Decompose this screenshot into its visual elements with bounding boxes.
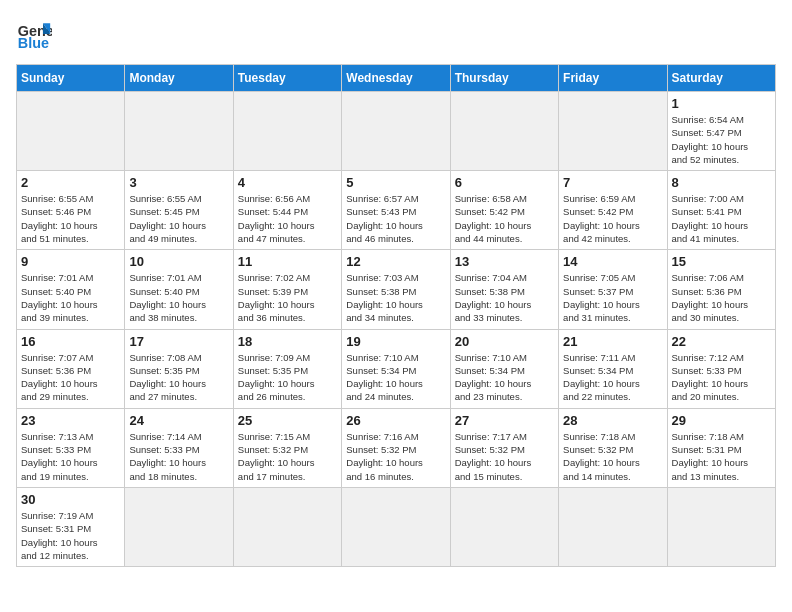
day-info: Sunrise: 7:10 AMSunset: 5:34 PMDaylight:… [346, 351, 445, 404]
calendar-week-5: 23Sunrise: 7:13 AMSunset: 5:33 PMDayligh… [17, 408, 776, 487]
day-info: Sunrise: 7:08 AMSunset: 5:35 PMDaylight:… [129, 351, 228, 404]
day-number: 27 [455, 413, 554, 428]
day-info: Sunrise: 7:18 AMSunset: 5:32 PMDaylight:… [563, 430, 662, 483]
day-info: Sunrise: 7:16 AMSunset: 5:32 PMDaylight:… [346, 430, 445, 483]
logo: General Blue [16, 16, 58, 52]
day-number: 20 [455, 334, 554, 349]
day-number: 4 [238, 175, 337, 190]
day-header-sunday: Sunday [17, 65, 125, 92]
day-info: Sunrise: 7:10 AMSunset: 5:34 PMDaylight:… [455, 351, 554, 404]
day-number: 26 [346, 413, 445, 428]
day-info: Sunrise: 7:07 AMSunset: 5:36 PMDaylight:… [21, 351, 120, 404]
calendar-cell: 23Sunrise: 7:13 AMSunset: 5:33 PMDayligh… [17, 408, 125, 487]
calendar-cell: 18Sunrise: 7:09 AMSunset: 5:35 PMDayligh… [233, 329, 341, 408]
day-number: 29 [672, 413, 771, 428]
day-header-wednesday: Wednesday [342, 65, 450, 92]
calendar-cell: 30Sunrise: 7:19 AMSunset: 5:31 PMDayligh… [17, 487, 125, 566]
calendar-cell [450, 487, 558, 566]
day-info: Sunrise: 6:54 AMSunset: 5:47 PMDaylight:… [672, 113, 771, 166]
calendar-cell: 8Sunrise: 7:00 AMSunset: 5:41 PMDaylight… [667, 171, 775, 250]
day-info: Sunrise: 7:17 AMSunset: 5:32 PMDaylight:… [455, 430, 554, 483]
calendar-cell: 22Sunrise: 7:12 AMSunset: 5:33 PMDayligh… [667, 329, 775, 408]
day-header-tuesday: Tuesday [233, 65, 341, 92]
calendar-cell: 7Sunrise: 6:59 AMSunset: 5:42 PMDaylight… [559, 171, 667, 250]
day-number: 15 [672, 254, 771, 269]
calendar-cell [233, 487, 341, 566]
day-number: 17 [129, 334, 228, 349]
day-number: 23 [21, 413, 120, 428]
day-number: 18 [238, 334, 337, 349]
day-number: 25 [238, 413, 337, 428]
calendar-cell: 4Sunrise: 6:56 AMSunset: 5:44 PMDaylight… [233, 171, 341, 250]
day-number: 2 [21, 175, 120, 190]
calendar-cell [667, 487, 775, 566]
day-info: Sunrise: 7:00 AMSunset: 5:41 PMDaylight:… [672, 192, 771, 245]
day-info: Sunrise: 7:01 AMSunset: 5:40 PMDaylight:… [129, 271, 228, 324]
calendar-cell: 20Sunrise: 7:10 AMSunset: 5:34 PMDayligh… [450, 329, 558, 408]
calendar-cell [125, 487, 233, 566]
calendar-cell: 11Sunrise: 7:02 AMSunset: 5:39 PMDayligh… [233, 250, 341, 329]
day-info: Sunrise: 7:19 AMSunset: 5:31 PMDaylight:… [21, 509, 120, 562]
calendar-cell [342, 487, 450, 566]
calendar-cell [125, 92, 233, 171]
day-header-monday: Monday [125, 65, 233, 92]
day-number: 7 [563, 175, 662, 190]
day-number: 6 [455, 175, 554, 190]
day-number: 22 [672, 334, 771, 349]
calendar-cell: 3Sunrise: 6:55 AMSunset: 5:45 PMDaylight… [125, 171, 233, 250]
logo-icon: General Blue [16, 16, 52, 52]
calendar-cell: 28Sunrise: 7:18 AMSunset: 5:32 PMDayligh… [559, 408, 667, 487]
day-number: 19 [346, 334, 445, 349]
calendar-cell: 5Sunrise: 6:57 AMSunset: 5:43 PMDaylight… [342, 171, 450, 250]
day-number: 11 [238, 254, 337, 269]
svg-text:Blue: Blue [18, 35, 49, 51]
day-number: 30 [21, 492, 120, 507]
day-info: Sunrise: 7:11 AMSunset: 5:34 PMDaylight:… [563, 351, 662, 404]
calendar-cell: 15Sunrise: 7:06 AMSunset: 5:36 PMDayligh… [667, 250, 775, 329]
calendar-cell: 25Sunrise: 7:15 AMSunset: 5:32 PMDayligh… [233, 408, 341, 487]
calendar-cell [559, 92, 667, 171]
day-number: 5 [346, 175, 445, 190]
page-header: General Blue [16, 16, 776, 52]
day-info: Sunrise: 6:55 AMSunset: 5:46 PMDaylight:… [21, 192, 120, 245]
day-info: Sunrise: 7:13 AMSunset: 5:33 PMDaylight:… [21, 430, 120, 483]
calendar-cell [342, 92, 450, 171]
day-number: 14 [563, 254, 662, 269]
day-info: Sunrise: 7:12 AMSunset: 5:33 PMDaylight:… [672, 351, 771, 404]
day-info: Sunrise: 6:59 AMSunset: 5:42 PMDaylight:… [563, 192, 662, 245]
calendar-cell: 6Sunrise: 6:58 AMSunset: 5:42 PMDaylight… [450, 171, 558, 250]
calendar-cell: 16Sunrise: 7:07 AMSunset: 5:36 PMDayligh… [17, 329, 125, 408]
calendar-cell [17, 92, 125, 171]
calendar-cell: 13Sunrise: 7:04 AMSunset: 5:38 PMDayligh… [450, 250, 558, 329]
day-number: 9 [21, 254, 120, 269]
day-info: Sunrise: 6:58 AMSunset: 5:42 PMDaylight:… [455, 192, 554, 245]
calendar-cell: 1Sunrise: 6:54 AMSunset: 5:47 PMDaylight… [667, 92, 775, 171]
calendar-cell: 21Sunrise: 7:11 AMSunset: 5:34 PMDayligh… [559, 329, 667, 408]
day-header-saturday: Saturday [667, 65, 775, 92]
day-info: Sunrise: 7:18 AMSunset: 5:31 PMDaylight:… [672, 430, 771, 483]
calendar-week-4: 16Sunrise: 7:07 AMSunset: 5:36 PMDayligh… [17, 329, 776, 408]
day-info: Sunrise: 6:55 AMSunset: 5:45 PMDaylight:… [129, 192, 228, 245]
day-number: 8 [672, 175, 771, 190]
day-number: 13 [455, 254, 554, 269]
day-info: Sunrise: 7:09 AMSunset: 5:35 PMDaylight:… [238, 351, 337, 404]
day-info: Sunrise: 7:14 AMSunset: 5:33 PMDaylight:… [129, 430, 228, 483]
calendar: SundayMondayTuesdayWednesdayThursdayFrid… [16, 64, 776, 567]
calendar-cell: 27Sunrise: 7:17 AMSunset: 5:32 PMDayligh… [450, 408, 558, 487]
day-info: Sunrise: 7:02 AMSunset: 5:39 PMDaylight:… [238, 271, 337, 324]
day-info: Sunrise: 7:06 AMSunset: 5:36 PMDaylight:… [672, 271, 771, 324]
calendar-header-row: SundayMondayTuesdayWednesdayThursdayFrid… [17, 65, 776, 92]
day-number: 3 [129, 175, 228, 190]
day-number: 1 [672, 96, 771, 111]
day-info: Sunrise: 7:15 AMSunset: 5:32 PMDaylight:… [238, 430, 337, 483]
calendar-cell: 29Sunrise: 7:18 AMSunset: 5:31 PMDayligh… [667, 408, 775, 487]
day-number: 10 [129, 254, 228, 269]
calendar-cell [450, 92, 558, 171]
day-header-friday: Friday [559, 65, 667, 92]
day-info: Sunrise: 7:04 AMSunset: 5:38 PMDaylight:… [455, 271, 554, 324]
day-number: 12 [346, 254, 445, 269]
calendar-week-3: 9Sunrise: 7:01 AMSunset: 5:40 PMDaylight… [17, 250, 776, 329]
calendar-cell [233, 92, 341, 171]
calendar-cell: 19Sunrise: 7:10 AMSunset: 5:34 PMDayligh… [342, 329, 450, 408]
day-header-thursday: Thursday [450, 65, 558, 92]
